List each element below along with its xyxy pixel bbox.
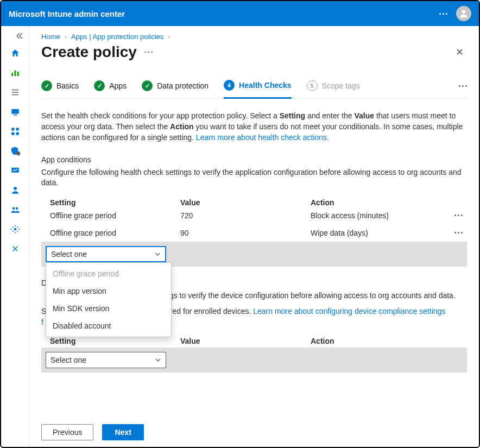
svg-point-17: [15, 207, 18, 210]
col-setting: Setting: [50, 198, 180, 207]
learn-device-compliance-link[interactable]: Learn more about configuring device comp…: [253, 307, 445, 316]
step-apps[interactable]: ✓ Apps: [94, 80, 127, 98]
setting-dropdown: Offline grace period Min app version Min…: [46, 262, 172, 337]
step-data-protection[interactable]: ✓ Data protection: [142, 80, 209, 98]
side-nav: [1, 26, 29, 447]
cell-action: Block access (minutes): [311, 211, 389, 220]
step-basics[interactable]: ✓ Basics: [41, 80, 79, 98]
dropdown-option-min-sdk[interactable]: Min SDK version: [46, 300, 171, 317]
learn-health-actions-link[interactable]: Learn more about health check actions.: [196, 133, 329, 142]
app-conditions-heading: App conditions: [41, 155, 467, 164]
svg-rect-12: [16, 132, 18, 135]
cell-action: Wipe data (days): [311, 229, 368, 237]
nav-collapse-icon[interactable]: [1, 29, 29, 42]
nav-reports-icon[interactable]: [4, 162, 26, 179]
svg-rect-10: [16, 128, 18, 130]
col-action: Action: [311, 198, 467, 207]
col-setting: Setting: [50, 337, 180, 345]
nav-troubleshoot-icon[interactable]: [4, 240, 26, 257]
nav-home-icon[interactable]: [4, 45, 26, 62]
svg-point-0: [462, 10, 466, 14]
row-more-icon[interactable]: [454, 214, 467, 216]
setting-select[interactable]: Select one: [46, 246, 166, 262]
breadcrumb-home[interactable]: Home: [41, 33, 60, 41]
intro-text: Set the health check conditions for your…: [41, 111, 467, 143]
dropdown-option-disabled-acct[interactable]: Disabled account: [46, 317, 171, 335]
app-title: Microsoft Intune admin center: [9, 9, 125, 18]
svg-rect-9: [11, 128, 14, 130]
svg-rect-1: [11, 73, 13, 76]
cell-setting: Offline grace period: [50, 229, 180, 237]
cell-value: 720: [180, 211, 311, 220]
row-more-icon[interactable]: [454, 232, 467, 234]
stepper-more-icon[interactable]: [459, 85, 467, 93]
svg-point-15: [14, 187, 17, 190]
step-scope-tags[interactable]: 5 Scope tags: [307, 80, 360, 98]
nav-apps-icon[interactable]: [4, 123, 26, 140]
table-header: Setting Value Action: [41, 198, 467, 207]
topbar: Microsoft Intune admin center: [1, 1, 479, 26]
check-icon: ✓: [94, 80, 105, 91]
col-value: Value: [180, 198, 311, 207]
setting-select[interactable]: Select one: [46, 352, 166, 368]
svg-rect-7: [11, 109, 19, 114]
svg-rect-11: [11, 132, 14, 135]
close-icon[interactable]: ✕: [452, 43, 467, 61]
new-row: Select one Offline grace period Min app …: [41, 242, 467, 267]
wizard-footer: Previous Next: [29, 418, 479, 447]
chevron-right-icon: ›: [168, 33, 170, 41]
chevron-down-icon: [155, 357, 161, 363]
new-row: Select one: [41, 348, 467, 373]
step-health-checks[interactable]: 4 Health Checks: [224, 80, 291, 99]
breadcrumb-apps[interactable]: Apps | App protection policies: [71, 33, 163, 41]
svg-point-16: [12, 207, 15, 210]
avatar[interactable]: [456, 6, 471, 21]
person-icon: [458, 8, 469, 19]
svg-rect-3: [17, 72, 18, 76]
breadcrumb: Home › Apps | App protection policies ›: [41, 33, 467, 41]
svg-rect-8: [14, 115, 17, 116]
cell-setting: Offline grace period: [50, 211, 180, 220]
nav-users-icon[interactable]: [4, 181, 26, 199]
dropdown-option-min-app[interactable]: Min app version: [46, 282, 171, 300]
nav-all-services-icon[interactable]: [4, 84, 26, 101]
title-more-icon[interactable]: ···: [144, 48, 154, 56]
check-icon: ✓: [41, 80, 52, 91]
table-row: Offline grace period 720 Block access (m…: [41, 207, 467, 224]
svg-point-13: [16, 152, 20, 156]
main-content: Home › Apps | App protection policies › …: [29, 26, 479, 418]
nav-security-icon[interactable]: [4, 142, 26, 160]
cell-value: 90: [180, 229, 311, 237]
topbar-more-icon[interactable]: [439, 13, 447, 15]
next-button[interactable]: Next: [102, 424, 143, 440]
dropdown-option-offline: Offline grace period: [46, 265, 171, 282]
col-value: Value: [180, 337, 311, 345]
chevron-right-icon: ›: [65, 33, 67, 41]
nav-dashboard-icon[interactable]: [4, 64, 26, 81]
nav-tenant-admin-icon[interactable]: [4, 220, 26, 238]
chevron-down-icon: [154, 251, 161, 257]
previous-button[interactable]: Previous: [41, 424, 93, 440]
table-header: Setting Value Action: [41, 337, 467, 345]
page-title: Create policy ···: [41, 43, 154, 61]
table-row: Offline grace period 90 Wipe data (days): [41, 224, 467, 242]
col-action: Action: [311, 337, 467, 345]
nav-groups-icon[interactable]: [4, 201, 26, 218]
check-icon: ✓: [142, 80, 153, 91]
svg-rect-2: [14, 71, 16, 77]
nav-devices-icon[interactable]: [4, 103, 26, 121]
app-conditions-sub: Configure the following health check set…: [41, 167, 467, 188]
wizard-stepper: ✓ Basics ✓ Apps ✓ Data protection 4 Heal…: [41, 80, 467, 99]
svg-point-18: [14, 228, 16, 231]
